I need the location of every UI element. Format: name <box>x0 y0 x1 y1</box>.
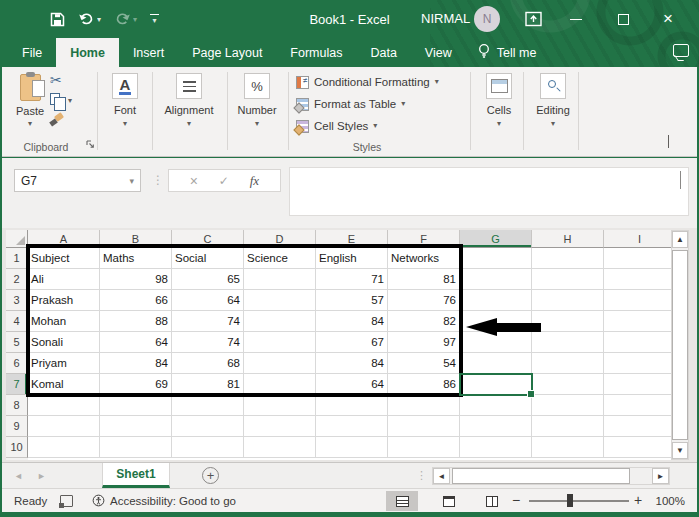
clipboard-dialog-launcher-icon[interactable] <box>86 139 95 151</box>
next-sheet-icon[interactable]: ► <box>37 471 46 481</box>
column-header-F[interactable]: F <box>388 230 460 248</box>
tab-view[interactable]: View <box>411 38 466 67</box>
minimize-button[interactable] <box>560 0 592 38</box>
cell-I5[interactable] <box>604 332 671 353</box>
tab-page-layout[interactable]: Page Layout <box>178 38 276 67</box>
vertical-scrollbar[interactable]: ▲ ▼ <box>671 230 689 460</box>
cell-H3[interactable] <box>532 290 604 311</box>
zoom-level[interactable]: 100% <box>656 489 685 513</box>
page-layout-view-button[interactable] <box>433 491 465 511</box>
save-icon[interactable] <box>50 12 65 27</box>
cell-B7[interactable]: 69 <box>100 374 172 395</box>
cell-D1[interactable]: Science <box>244 248 316 269</box>
cell-E9[interactable] <box>316 416 388 437</box>
cell-B5[interactable]: 64 <box>100 332 172 353</box>
cells-group-button[interactable]: Cells ▾ <box>470 73 528 128</box>
scroll-down-icon[interactable]: ▼ <box>672 442 688 459</box>
format-painter-icon[interactable] <box>50 114 64 126</box>
row-header-10[interactable]: 10 <box>6 437 28 458</box>
cell-A7[interactable]: Komal <box>28 374 100 395</box>
formula-input[interactable] <box>289 167 689 216</box>
cell-E10[interactable] <box>316 437 388 458</box>
horizontal-scrollbar[interactable]: ◄ ► <box>432 467 670 485</box>
cell-H4[interactable] <box>532 311 604 332</box>
cell-H2[interactable] <box>532 269 604 290</box>
cell-I4[interactable] <box>604 311 671 332</box>
select-all-button[interactable] <box>6 230 28 248</box>
page-break-preview-button[interactable] <box>476 491 508 511</box>
cell-H10[interactable] <box>532 437 604 458</box>
cell-B6[interactable]: 84 <box>100 353 172 374</box>
redo-dropdown-icon[interactable]: ▾ <box>133 15 137 24</box>
cell-D2[interactable] <box>244 269 316 290</box>
cell-I1[interactable] <box>604 248 671 269</box>
cell-C5[interactable]: 74 <box>172 332 244 353</box>
row-header-9[interactable]: 9 <box>6 416 28 437</box>
scroll-up-icon[interactable]: ▲ <box>672 231 688 248</box>
tab-formulas[interactable]: Formulas <box>276 38 356 67</box>
cell-G6[interactable] <box>460 353 532 374</box>
cell-F10[interactable] <box>388 437 460 458</box>
copy-icon[interactable] <box>50 93 60 105</box>
cell-H9[interactable] <box>532 416 604 437</box>
accessibility-status[interactable]: Accessibility: Good to go <box>92 489 236 513</box>
cell-G5[interactable] <box>460 332 532 353</box>
editing-group-button[interactable]: Editing ▾ <box>524 73 582 128</box>
cell-D5[interactable] <box>244 332 316 353</box>
horizontal-scroll-thumb[interactable] <box>452 468 630 484</box>
cell-A4[interactable]: Mohan <box>28 311 100 332</box>
zoom-in-icon[interactable]: + <box>634 489 642 513</box>
format-as-table-button[interactable]: Format as Table ▾ <box>296 93 472 115</box>
cell-G8[interactable] <box>460 395 532 416</box>
cell-I10[interactable] <box>604 437 671 458</box>
column-header-D[interactable]: D <box>244 230 316 248</box>
comments-icon[interactable] <box>673 44 689 57</box>
cell-B3[interactable]: 66 <box>100 290 172 311</box>
cell-B8[interactable] <box>100 395 172 416</box>
cell-F2[interactable]: 81 <box>388 269 460 290</box>
number-group-button[interactable]: % Number ▾ <box>228 73 286 128</box>
macro-recording-icon[interactable] <box>60 495 73 507</box>
cell-G9[interactable] <box>460 416 532 437</box>
cell-C2[interactable]: 65 <box>172 269 244 290</box>
maximize-button[interactable] <box>607 0 639 38</box>
user-name[interactable]: NIRMAL <box>421 0 470 38</box>
sheet-tab-sheet1[interactable]: Sheet1 <box>102 463 170 488</box>
cell-G3[interactable] <box>460 290 532 311</box>
cell-B10[interactable] <box>100 437 172 458</box>
redo-icon[interactable]: ▾ <box>114 12 137 26</box>
cell-F6[interactable]: 54 <box>388 353 460 374</box>
cell-F5[interactable]: 97 <box>388 332 460 353</box>
scroll-right-icon[interactable]: ► <box>652 468 669 484</box>
column-header-I[interactable]: I <box>604 230 671 248</box>
cell-A5[interactable]: Sonali <box>28 332 100 353</box>
cell-E4[interactable]: 84 <box>316 311 388 332</box>
tab-file[interactable]: File <box>8 38 56 67</box>
customize-quick-access-icon[interactable]: ▾ <box>150 14 159 25</box>
cell-I8[interactable] <box>604 395 671 416</box>
zoom-slider-track[interactable] <box>529 500 629 502</box>
cell-C8[interactable] <box>172 395 244 416</box>
avatar[interactable]: N <box>474 6 500 32</box>
column-header-E[interactable]: E <box>316 230 388 248</box>
cell-E6[interactable]: 84 <box>316 353 388 374</box>
cell-C7[interactable]: 81 <box>172 374 244 395</box>
cell-I9[interactable] <box>604 416 671 437</box>
cancel-icon[interactable]: × <box>190 173 198 189</box>
expand-formula-bar-icon[interactable] <box>680 172 681 190</box>
cell-E7[interactable]: 64 <box>316 374 388 395</box>
name-box[interactable]: G7 ▾ <box>14 169 141 192</box>
cell-C10[interactable] <box>172 437 244 458</box>
previous-sheet-icon[interactable]: ◄ <box>14 471 23 481</box>
cell-H8[interactable] <box>532 395 604 416</box>
tab-data[interactable]: Data <box>356 38 410 67</box>
enter-icon[interactable]: ✓ <box>219 174 229 188</box>
row-header-1[interactable]: 1 <box>6 248 28 269</box>
cell-I7[interactable] <box>604 374 671 395</box>
column-header-C[interactable]: C <box>172 230 244 248</box>
row-header-8[interactable]: 8 <box>6 395 28 416</box>
cell-H7[interactable] <box>532 374 604 395</box>
cell-A10[interactable] <box>28 437 100 458</box>
row-header-6[interactable]: 6 <box>6 353 28 374</box>
cell-G1[interactable] <box>460 248 532 269</box>
